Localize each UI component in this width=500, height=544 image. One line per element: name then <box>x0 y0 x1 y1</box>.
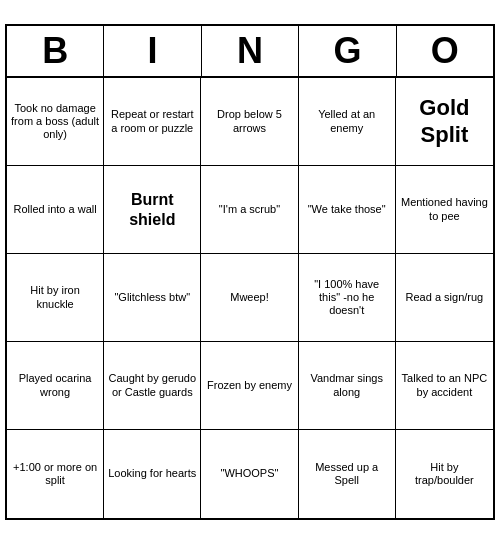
bingo-cell-0[interactable]: Took no damage from a boss (adult only) <box>7 78 104 166</box>
bingo-header: BINGO <box>7 26 493 78</box>
bingo-grid: Took no damage from a boss (adult only)R… <box>7 78 493 518</box>
bingo-cell-8[interactable]: "We take those" <box>299 166 396 254</box>
bingo-cell-4[interactable]: Gold Split <box>396 78 493 166</box>
bingo-cell-1[interactable]: Repeat or restart a room or puzzle <box>104 78 201 166</box>
bingo-cell-19[interactable]: Talked to an NPC by accident <box>396 342 493 430</box>
bingo-cell-14[interactable]: Read a sign/rug <box>396 254 493 342</box>
bingo-cell-20[interactable]: +1:00 or more on split <box>7 430 104 518</box>
bingo-cell-7[interactable]: "I'm a scrub" <box>201 166 298 254</box>
header-letter-N: N <box>202 26 299 76</box>
header-letter-I: I <box>104 26 201 76</box>
bingo-cell-9[interactable]: Mentioned having to pee <box>396 166 493 254</box>
bingo-cell-21[interactable]: Looking for hearts <box>104 430 201 518</box>
bingo-cell-13[interactable]: "I 100% have this" -no he doesn't <box>299 254 396 342</box>
bingo-cell-18[interactable]: Vandmar sings along <box>299 342 396 430</box>
bingo-cell-5[interactable]: Rolled into a wall <box>7 166 104 254</box>
bingo-cell-3[interactable]: Yelled at an enemy <box>299 78 396 166</box>
bingo-cell-11[interactable]: "Glitchless btw" <box>104 254 201 342</box>
bingo-cell-10[interactable]: Hit by iron knuckle <box>7 254 104 342</box>
header-letter-B: B <box>7 26 104 76</box>
bingo-cell-15[interactable]: Played ocarina wrong <box>7 342 104 430</box>
bingo-cell-16[interactable]: Caught by gerudo or Castle guards <box>104 342 201 430</box>
bingo-cell-24[interactable]: Hit by trap/boulder <box>396 430 493 518</box>
bingo-cell-23[interactable]: Messed up a Spell <box>299 430 396 518</box>
header-letter-O: O <box>397 26 493 76</box>
bingo-cell-17[interactable]: Frozen by enemy <box>201 342 298 430</box>
bingo-cell-6[interactable]: Burnt shield <box>104 166 201 254</box>
bingo-cell-12[interactable]: Mweep! <box>201 254 298 342</box>
bingo-cell-22[interactable]: "WHOOPS" <box>201 430 298 518</box>
bingo-cell-2[interactable]: Drop below 5 arrows <box>201 78 298 166</box>
bingo-card: BINGO Took no damage from a boss (adult … <box>5 24 495 520</box>
header-letter-G: G <box>299 26 396 76</box>
